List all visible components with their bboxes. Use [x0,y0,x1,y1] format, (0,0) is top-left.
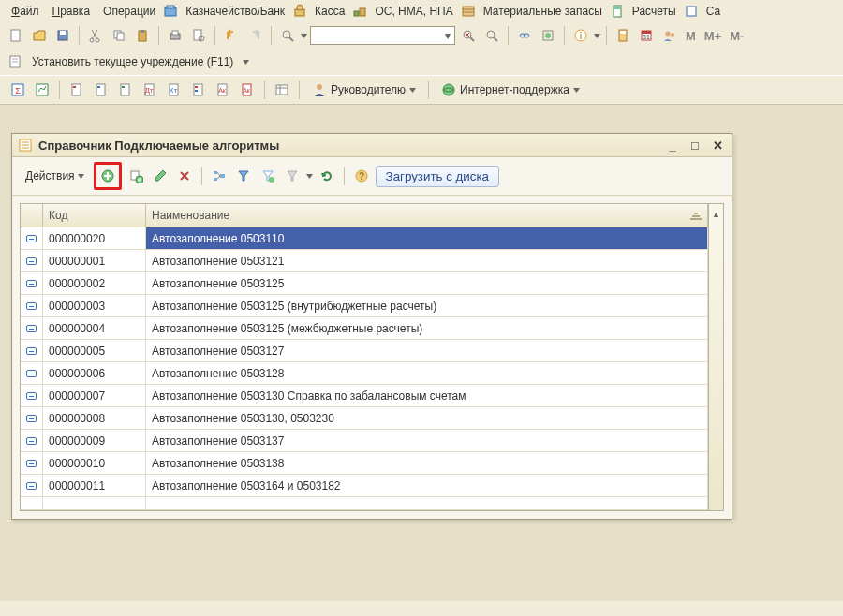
filter-clear-button[interactable] [282,166,303,186]
row-marker-icon [21,475,43,496]
memory-mminus-button[interactable]: M- [727,29,747,43]
tool-icon-2[interactable] [32,80,52,100]
minimize-button[interactable]: _ [664,138,681,153]
open-icon[interactable] [29,25,50,46]
svg-rect-12 [11,30,20,41]
add-button[interactable] [97,166,118,186]
tool-icon-10[interactable]: Ак [237,80,258,100]
col-header-name[interactable]: Наименование [146,204,708,227]
tool-icon-11[interactable] [272,80,292,100]
cut-icon[interactable] [85,25,106,46]
tool-icon-8[interactable] [188,80,209,100]
edit-button[interactable] [150,166,170,186]
table-row[interactable]: 000000005Автозаполнение 0503127 [21,340,708,362]
preview-icon[interactable] [188,25,209,46]
svg-rect-89 [220,174,225,178]
tool-icon-3[interactable] [67,80,87,100]
tool-icon-5[interactable] [115,80,136,100]
dropdown-arrow-icon[interactable] [243,60,249,65]
memory-mplus-button[interactable]: M+ [702,29,724,43]
cell-code: 000000003 [43,295,146,316]
internet-support-link[interactable]: Интернет-поддержка [436,81,585,99]
redo-icon[interactable] [244,25,265,46]
svg-rect-87 [214,171,217,174]
clear-search-icon[interactable] [458,25,479,46]
filter-button-1[interactable] [233,166,254,186]
set-institution-button[interactable]: Установить текущее учреждение (F11) [28,53,237,70]
search-field[interactable] [311,29,441,42]
users-icon[interactable] [659,25,680,46]
table-row[interactable]: 000000020Автозаполнение 0503110 [21,227,708,250]
menu-more[interactable]: Са [701,3,726,20]
scroll-up-icon[interactable]: ▲ [712,210,720,219]
menu-calculations[interactable]: Расчеты [627,3,682,20]
filter-button-2[interactable] [258,166,278,186]
menu-file[interactable]: Файл [6,3,45,20]
svg-line-28 [470,37,474,41]
table-row[interactable]: 000000001Автозаполнение 0503121 [21,250,708,272]
window-titlebar[interactable]: Справочник Подключаемые алгоритмы _ □ ✕ [12,134,732,157]
table-row[interactable] [21,497,708,510]
table-row[interactable]: 000000007Автозаполнение 0503130 Справка … [21,385,708,407]
load-from-disk-button[interactable]: Загрузить с диска [376,166,499,187]
search-dropdown-icon[interactable]: ▾ [441,29,454,42]
table-row[interactable]: 000000008Автозаполнение 0503130, 0503230 [21,407,708,430]
help-button[interactable]: ? [351,166,372,186]
svg-line-26 [289,37,293,41]
table-row[interactable]: 000000003Автозаполнение 0503125 (внутриб… [21,295,708,317]
tool-icon-6[interactable]: Дт [140,80,160,100]
table-row[interactable]: 000000006Автозаполнение 0503128 [21,362,708,385]
calculator-icon[interactable] [613,25,633,46]
menu-materials[interactable]: Материальные запасы [478,3,608,20]
close-button[interactable]: ✕ [709,138,726,153]
scrollbar[interactable]: ▲ [709,203,724,511]
attach-icon[interactable] [538,25,558,46]
svg-rect-57 [122,86,125,88]
undo-icon[interactable] [221,25,242,46]
tool-icon-9[interactable]: Ак [213,80,233,100]
dropdown-arrow-icon[interactable] [594,34,600,38]
sub-toolbar: Установить текущее учреждение (F11) [0,49,843,76]
dropdown-arrow-icon[interactable] [301,34,307,38]
data-grid[interactable]: Код Наименование 000000020Автозаполнение… [20,203,709,511]
svg-rect-52 [72,84,81,95]
menu-cashdesk[interactable]: Касса [309,3,350,20]
find-next-icon[interactable] [481,25,502,46]
menu-operations[interactable]: Операции [97,3,161,20]
col-header-icon[interactable] [21,204,43,227]
manager-link[interactable]: Руководителю [306,81,422,99]
info-icon[interactable]: i [570,25,591,46]
delete-button[interactable] [174,166,195,186]
table-row[interactable]: 000000002Автозаполнение 0503125 [21,272,708,295]
menu-edit[interactable]: Правка [47,3,96,20]
save-icon[interactable] [52,25,73,46]
paste-icon[interactable] [132,25,153,46]
copy-icon[interactable] [109,25,129,46]
memory-m-button[interactable]: M [683,29,699,43]
tool-icon-1[interactable]: Σ [7,80,28,100]
svg-rect-23 [194,30,201,40]
table-row[interactable]: 000000009Автозаполнение 0503137 [21,430,708,452]
zoom-icon[interactable] [277,25,298,46]
secondary-toolbar: Σ Дт Кт Ак Ак Руководителю Интернет-подд… [0,76,843,105]
actions-dropdown[interactable]: Действия [20,168,90,184]
dropdown-arrow-icon[interactable] [306,174,313,179]
add-copy-button[interactable] [126,166,146,186]
maximize-button[interactable]: □ [687,138,703,153]
table-row[interactable]: 000000010Автозаполнение 0503138 [21,452,708,475]
tool-icon-4[interactable] [91,80,111,100]
tool-icon-7[interactable]: Кт [164,80,185,100]
menu-fixed-assets[interactable]: ОС, НМА, НПА [369,3,458,20]
table-row[interactable]: 000000011Автозаполнение 0503164 и 050318… [21,475,708,497]
new-doc-icon[interactable] [6,25,26,46]
hierarchy-button[interactable] [209,166,229,186]
svg-point-73 [443,84,454,95]
menu-treasury[interactable]: Казначейство/Банк [180,3,290,20]
col-header-code[interactable]: Код [43,204,146,227]
table-row[interactable]: 000000004Автозаполнение 0503125 (межбюдж… [21,317,708,340]
refresh-button[interactable] [317,166,337,186]
calendar-icon[interactable]: 31 [636,25,657,46]
link-icon[interactable] [514,25,535,46]
search-input[interactable]: ▾ [310,26,455,45]
print-icon[interactable] [165,25,185,46]
